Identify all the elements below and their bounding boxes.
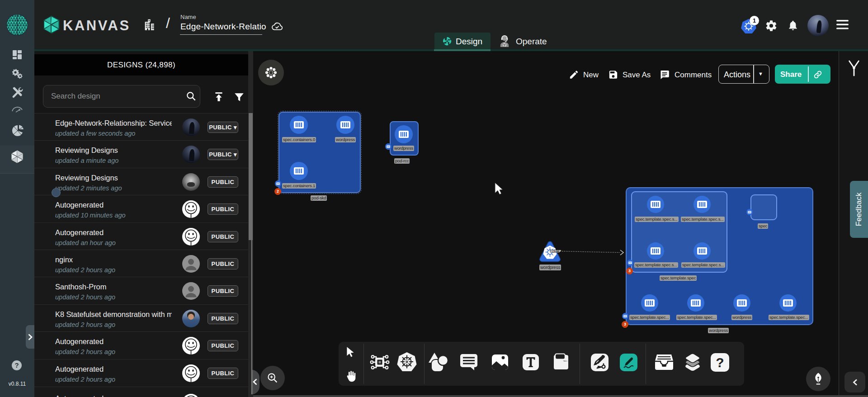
svg-text:80/TCP: 80/TCP bbox=[550, 249, 561, 253]
